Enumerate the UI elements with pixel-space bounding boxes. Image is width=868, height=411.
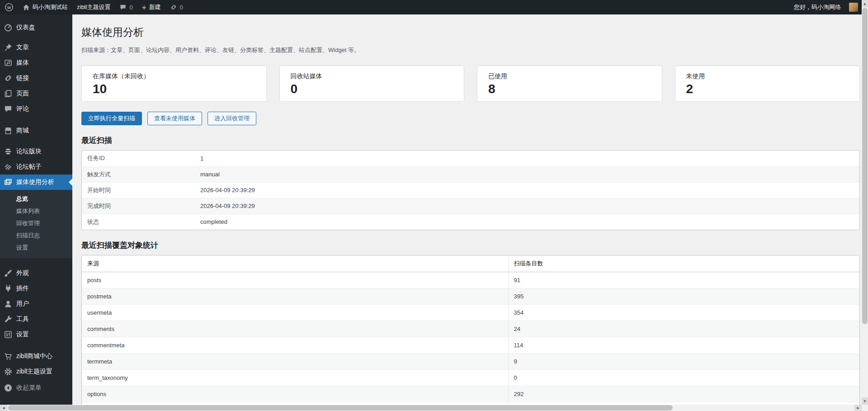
- row-value: 2026-04-09 20:39:29: [195, 198, 859, 214]
- sidebar-item-forum-sections[interactable]: 论坛版块: [0, 144, 72, 159]
- forum-sections-icon: [4, 147, 13, 156]
- sidebar-item-tools[interactable]: 工具: [0, 312, 72, 327]
- submenu-item-media-list[interactable]: 媒体列表: [0, 205, 72, 217]
- column-header-source: 来源: [82, 255, 508, 272]
- link-count: 0: [180, 4, 183, 11]
- sidebar-item-media-analysis[interactable]: 媒体使用分析: [0, 175, 72, 190]
- new-content-menu[interactable]: + 新建: [137, 0, 165, 14]
- main-content: 媒体使用分析 扫描来源：文章、页面、论坛内容、用户资料、评论、友链、分类标签、主…: [72, 14, 862, 405]
- table-row: 完成时间 2026-04-09 20:39:29: [82, 198, 859, 214]
- sidebar-item-plugins[interactable]: 插件: [0, 281, 72, 296]
- site-name-link[interactable]: 码小淘测试站: [18, 0, 72, 14]
- recent-scan-heading: 最近扫描: [81, 135, 860, 146]
- view-unused-button[interactable]: 查看未使用媒体: [147, 112, 202, 125]
- page-subtitle: 扫描来源：文章、页面、论坛内容、用户资料、评论、友链、分类标签、主题配置、站点配…: [81, 46, 860, 54]
- stat-card-label: 在库媒体（未回收）: [93, 72, 255, 80]
- forum-posts-icon: [4, 162, 13, 171]
- vertical-scrollbar[interactable]: ▲ ▼: [862, 0, 868, 405]
- horizontal-scrollbar[interactable]: ◄ ►: [0, 405, 862, 411]
- table-row: term_taxonomy 0: [82, 369, 859, 386]
- stat-card: 已使用 8: [477, 66, 662, 102]
- sidebar-item-posts[interactable]: 文章: [0, 40, 72, 55]
- comment-count: 0: [129, 4, 132, 11]
- pages-icon: [4, 89, 13, 98]
- coverage-table: 来源 扫描条目数 posts 91 postmeta 395: [82, 255, 859, 405]
- submenu-item-settings[interactable]: 设置: [0, 241, 72, 254]
- sidebar-item-comments[interactable]: 评论: [0, 101, 72, 117]
- gear-icon: [4, 367, 13, 376]
- scroll-left-arrow[interactable]: ◄: [0, 405, 7, 411]
- stat-card-label: 已使用: [488, 72, 651, 80]
- go-recycle-button[interactable]: 进入回收管理: [208, 112, 256, 125]
- submenu-item-recycle[interactable]: 回收管理: [0, 217, 72, 229]
- row-count: 0: [508, 369, 859, 386]
- theme-settings-link[interactable]: zibll主题设置: [72, 0, 115, 14]
- sidebar-item-users[interactable]: 用户: [0, 296, 72, 312]
- avatar[interactable]: [849, 3, 858, 12]
- scroll-right-arrow[interactable]: ►: [854, 405, 862, 411]
- stat-card-value: 0: [291, 82, 453, 96]
- row-source: posts: [82, 272, 508, 288]
- sidebar-item-zibll-theme-settings[interactable]: zibll主题设置: [0, 364, 72, 379]
- vertical-scrollbar-thumb[interactable]: [862, 8, 868, 324]
- wordpress-menu[interactable]: W: [0, 0, 18, 14]
- collapse-menu-button[interactable]: 收起菜单: [0, 380, 72, 396]
- row-count: 395: [508, 288, 859, 304]
- home-icon: [23, 4, 30, 11]
- user-greeting[interactable]: 您好，码小淘网络: [789, 0, 845, 14]
- sidebar-item-links[interactable]: 链接: [0, 71, 72, 86]
- table-row: postmeta 395: [82, 288, 859, 304]
- stat-card-value: 10: [93, 82, 255, 96]
- submenu-item-overview[interactable]: 总览: [0, 193, 72, 205]
- links-shortcut[interactable]: 0: [165, 0, 188, 14]
- page-title: 媒体使用分析: [81, 25, 860, 39]
- stat-card-value: 8: [488, 82, 651, 96]
- row-count: 91: [508, 272, 859, 288]
- comment-bubble-icon: [119, 4, 127, 11]
- sidebar-item-forum-posts[interactable]: 论坛帖子: [0, 159, 72, 175]
- row-count: 114: [508, 337, 859, 353]
- row-count: 292: [508, 386, 859, 402]
- sidebar-item-store[interactable]: 商城: [0, 123, 72, 138]
- recent-scan-table-wrap: 任务ID 1 触发方式 manual 开始时间 2026-04-09 20:39…: [81, 150, 860, 230]
- sidebar-item-dashboard[interactable]: 仪表盘: [0, 20, 72, 35]
- recent-scan-table: 任务ID 1 触发方式 manual 开始时间 2026-04-09 20:39…: [82, 151, 859, 230]
- cart-icon: [4, 352, 13, 361]
- plus-icon: +: [142, 4, 146, 11]
- users-icon: [4, 299, 13, 308]
- table-row: 状态 completed: [82, 214, 859, 230]
- row-value: 2026-04-09 20:39:29: [195, 182, 859, 198]
- row-source: options: [82, 386, 508, 402]
- sidebar-item-pages[interactable]: 页面: [0, 86, 72, 101]
- row-source: termmeta: [82, 353, 508, 369]
- stat-card: 回收站媒体 0: [279, 66, 465, 102]
- stat-card-value: 2: [686, 82, 849, 96]
- row-source: usermeta: [82, 304, 508, 321]
- scan-now-button[interactable]: 立即执行全量扫描: [81, 112, 142, 125]
- horizontal-scrollbar-thumb[interactable]: [8, 405, 673, 411]
- admin-sidebar: 仪表盘 文章 媒体 链接 页面 评论 商城 论坛版块: [0, 14, 72, 411]
- scrollbar-corner: [862, 405, 868, 411]
- submenu-item-scan-log[interactable]: 扫描日志: [0, 229, 72, 241]
- links-icon: [4, 74, 13, 83]
- row-source: term_taxonomy: [82, 369, 508, 386]
- scroll-down-arrow[interactable]: ▼: [862, 397, 868, 405]
- table-row: options 292: [82, 386, 859, 402]
- store-icon: [4, 126, 13, 135]
- row-source: postmeta: [82, 288, 508, 304]
- coverage-header-row: 来源 扫描条目数: [82, 255, 859, 272]
- table-row: posts 91: [82, 272, 859, 288]
- site-name: 码小淘测试站: [33, 3, 68, 11]
- sidebar-item-appearance[interactable]: 外观: [0, 265, 72, 281]
- sidebar-item-media[interactable]: 媒体: [0, 55, 72, 71]
- column-header-count: 扫描条目数: [508, 255, 859, 272]
- sidebar-item-settings[interactable]: 设置: [0, 327, 72, 342]
- comments-shortcut[interactable]: 0: [115, 0, 137, 14]
- sidebar-item-zibll-store[interactable]: zibll商城中心: [0, 349, 72, 364]
- posts-icon: [4, 43, 13, 52]
- plugins-icon: [4, 284, 13, 293]
- table-row: termmeta 9: [82, 353, 859, 369]
- wordpress-logo-icon: W: [5, 3, 14, 12]
- row-value: manual: [195, 166, 859, 182]
- scroll-up-arrow[interactable]: ▲: [862, 0, 868, 7]
